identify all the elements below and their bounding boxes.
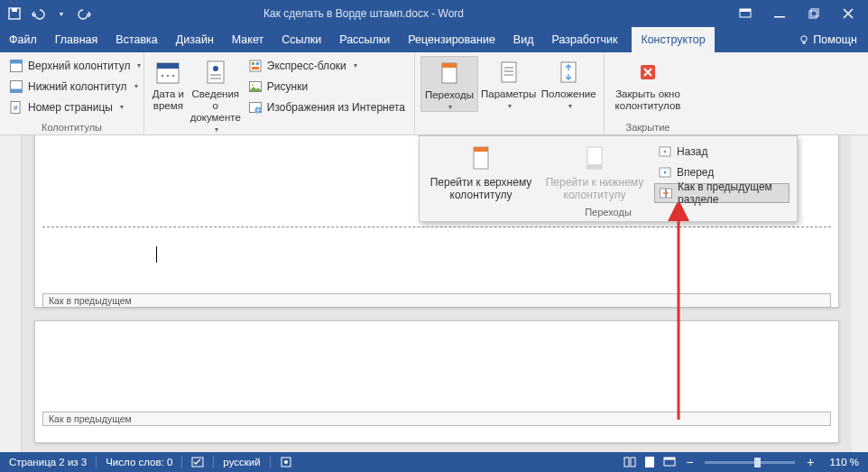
help-label: Помощн xyxy=(813,33,857,46)
svg-point-18 xyxy=(167,75,170,78)
svg-rect-16 xyxy=(157,63,179,69)
page-number-label: Номер страницы xyxy=(28,101,113,114)
goto-footer-button: Перейти к нижнемуколонтитулу xyxy=(540,142,649,203)
svg-rect-35 xyxy=(504,67,513,69)
zoom-in-icon[interactable]: + xyxy=(800,452,820,472)
page-number-button[interactable]: # Номер страницы xyxy=(5,97,144,116)
redo-icon[interactable] xyxy=(78,6,92,21)
svg-rect-56 xyxy=(664,458,675,460)
tab-layout[interactable]: Макет xyxy=(223,27,272,52)
goto-footer-icon xyxy=(580,143,609,172)
parameters-icon xyxy=(494,58,523,87)
page-number-icon: # xyxy=(9,100,23,115)
date-time-button[interactable]: Дата ивремя xyxy=(150,56,187,112)
view-print-icon[interactable] xyxy=(640,452,660,472)
text-cursor xyxy=(156,246,157,263)
ribbon-options-icon[interactable] xyxy=(738,6,753,21)
qat-dropdown-icon[interactable]: ▾ xyxy=(54,6,69,21)
pictures-icon xyxy=(248,79,263,94)
tab-file[interactable]: Файл xyxy=(0,27,46,52)
link-prev-tag-2: Как в предыдущем xyxy=(42,412,831,426)
svg-point-29 xyxy=(252,83,254,86)
status-macro[interactable] xyxy=(271,456,301,468)
tab-references[interactable]: Ссылки xyxy=(272,27,330,52)
svg-rect-52 xyxy=(624,458,629,467)
status-language[interactable]: русский xyxy=(214,457,269,467)
svg-rect-37 xyxy=(504,74,513,76)
close-icon[interactable] xyxy=(841,6,855,21)
status-words[interactable]: Число слов: 0 xyxy=(97,457,181,467)
transitions-button[interactable]: Переходы xyxy=(420,56,478,112)
svg-rect-41 xyxy=(474,147,488,152)
tab-developer[interactable]: Разработчик xyxy=(542,27,626,52)
tell-me-help[interactable]: Помощн xyxy=(788,27,868,52)
link-prev-tag-1: Как в предыдущем xyxy=(42,293,831,308)
position-icon xyxy=(554,58,583,87)
status-page[interactable]: Страница 2 из 3 xyxy=(0,457,96,467)
goto-header-icon xyxy=(466,143,495,172)
quick-parts-button[interactable]: Экспресс-блоки xyxy=(245,56,409,75)
account-box[interactable] xyxy=(635,4,734,23)
status-proofing[interactable] xyxy=(182,456,213,468)
svg-rect-53 xyxy=(631,458,635,467)
svg-point-17 xyxy=(162,75,164,78)
quick-parts-icon xyxy=(248,59,263,73)
footer-button[interactable]: Нижний колонтитул xyxy=(5,77,144,96)
goto-header-button[interactable]: Перейти к верхнемуколонтитулу xyxy=(427,142,535,203)
svg-rect-27 xyxy=(252,67,259,69)
online-pictures-button[interactable]: Изображения из Интернета xyxy=(245,97,409,116)
online-pictures-label: Изображения из Интернета xyxy=(267,101,405,114)
link-previous-button[interactable]: Как в предыдущем разделе xyxy=(654,183,790,203)
zoom-slider[interactable] xyxy=(705,461,795,464)
svg-rect-4 xyxy=(774,16,785,18)
transitions-icon xyxy=(435,59,464,88)
svg-point-7 xyxy=(801,36,807,42)
tab-mailings[interactable]: Рассылки xyxy=(330,27,399,52)
calendar-icon xyxy=(153,58,182,87)
parameters-button[interactable]: Параметры xyxy=(478,56,540,110)
view-read-icon[interactable] xyxy=(620,452,640,472)
link-previous-label: Как в предыдущем разделе xyxy=(678,180,785,206)
zoom-out-icon[interactable]: − xyxy=(679,452,699,472)
svg-rect-24 xyxy=(250,60,261,71)
group-hf-label: Колонтитулы xyxy=(0,122,143,134)
position-button[interactable]: Положение xyxy=(539,56,598,110)
tab-review[interactable]: Рецензирование xyxy=(399,27,504,52)
svg-rect-12 xyxy=(11,88,23,92)
nav-forward-button[interactable]: Вперед xyxy=(654,162,790,182)
close-hf-icon xyxy=(633,58,662,87)
svg-point-21 xyxy=(213,66,218,71)
tab-design[interactable]: Дизайн xyxy=(167,27,223,52)
save-icon[interactable] xyxy=(7,6,22,21)
svg-rect-22 xyxy=(210,74,221,76)
pictures-button[interactable]: Рисунки xyxy=(245,77,409,96)
svg-rect-33 xyxy=(442,63,457,68)
svg-rect-43 xyxy=(587,164,602,169)
close-hf-button[interactable]: Закрыть окноколонтитулов xyxy=(610,56,686,112)
page-section-3[interactable]: Верхний колонтитул -Раздел 3- Как в пред… xyxy=(34,320,839,443)
tab-constructor[interactable]: Конструктор xyxy=(632,27,714,52)
svg-text:#: # xyxy=(14,104,18,112)
doc-info-button[interactable]: Сведения одокументе xyxy=(190,56,241,134)
header-button[interactable]: Верхний колонтитул xyxy=(5,56,144,75)
undo-icon[interactable] xyxy=(31,6,45,21)
nav-back-button[interactable]: Назад xyxy=(654,142,790,162)
tab-home[interactable]: Главная xyxy=(46,27,107,52)
minimize-icon[interactable] xyxy=(772,6,787,21)
svg-point-19 xyxy=(172,75,175,78)
view-web-icon[interactable] xyxy=(660,452,679,472)
pictures-label: Рисунки xyxy=(267,80,308,93)
group-close-label: Закрытие xyxy=(605,122,691,134)
vertical-scrollbar[interactable] xyxy=(852,135,868,452)
svg-rect-3 xyxy=(740,9,751,12)
restore-icon[interactable] xyxy=(807,6,821,21)
bulb-icon xyxy=(799,34,809,45)
tab-view[interactable]: Вид xyxy=(504,27,543,52)
svg-rect-5 xyxy=(809,11,817,18)
tab-insert[interactable]: Вставка xyxy=(106,27,166,52)
transitions-dropdown: Перейти к верхнемуколонтитулу Перейти к … xyxy=(419,135,798,222)
nav-back-label: Назад xyxy=(677,145,707,158)
nav-back-icon xyxy=(658,144,672,159)
status-zoom[interactable]: 110 % xyxy=(820,457,868,467)
group-nav-label xyxy=(415,122,604,134)
